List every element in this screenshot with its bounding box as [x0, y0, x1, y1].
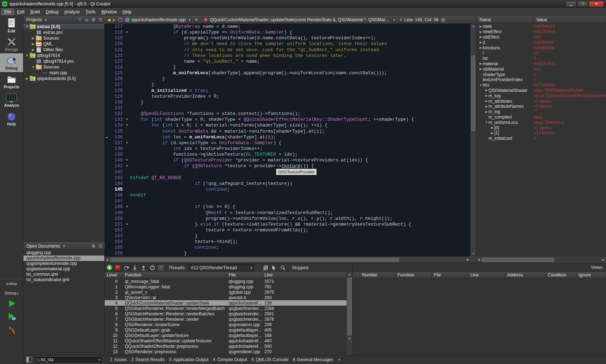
pane-switch-icon[interactable]: ▲▼	[45, 18, 47, 21]
tree-item[interactable]: ▶Other files	[23, 47, 104, 53]
breakpoints-col-condition[interactable]: Condition	[546, 272, 576, 278]
symbol-dropdown[interactable]: QQuickCustomMaterialShader::updateState(…	[210, 17, 390, 22]
locals-row[interactable]: ▶functions0x6d60dd0	[477, 45, 606, 50]
stack-frame-row[interactable]: 7QSGBatchRenderer::Renderer::renderqsgba…	[105, 316, 347, 322]
locals-row[interactable]: ▼this0x72db8b0	[477, 83, 606, 88]
expander-icon[interactable]: ▶	[490, 126, 494, 129]
locals-row[interactable]: loc3	[477, 56, 606, 61]
locals-col-value[interactable]: Value	[533, 16, 606, 23]
line-number[interactable]: 129	[105, 94, 124, 99]
expander-icon[interactable]: ▼	[31, 65, 35, 69]
expander-icon[interactable]: ▶	[31, 36, 35, 40]
line-number[interactable]: 130	[105, 99, 124, 105]
fold-marker-icon[interactable]: ▼	[124, 30, 130, 35]
continue-button[interactable]	[107, 265, 112, 270]
mode-projects[interactable]: Projects	[0, 72, 23, 91]
code-line[interactable]: 133▼ for (int shaderType = 0; shaderType…	[105, 117, 470, 123]
expander-icon[interactable]: ▶	[479, 46, 483, 49]
output-pane-button-application-output[interactable]: 3Application Output	[167, 356, 211, 363]
line-number[interactable]: 155	[105, 245, 124, 250]
stack-frame-row[interactable]: 5QSGBatchRenderer::Renderer::renderMerge…	[105, 306, 347, 311]
line-number[interactable]: 117	[105, 24, 124, 30]
locals-row[interactable]: ▶oldEffect0x0	[477, 35, 606, 40]
stack-table-header[interactable]: LevelFunctionFileLine	[105, 272, 347, 279]
stack-col-file[interactable]: File	[227, 272, 262, 278]
code-line[interactable]: 129 textureProviderIndex = 0;	[105, 94, 470, 99]
code-line[interactable]: 128 m_initialized = true;	[105, 88, 470, 94]
fold-marker-icon[interactable]: ▼	[124, 163, 130, 169]
filter-icon[interactable]: ▽	[77, 17, 83, 22]
code-editor[interactable]: 117 QByteArray name = d.name;118▼ if (d.…	[105, 24, 470, 257]
expander-icon[interactable]: ▶	[479, 35, 483, 39]
code-line[interactable]: 122 // These locations are used when bin…	[105, 53, 470, 59]
expander-icon[interactable]: ▶	[484, 89, 488, 92]
locals-row[interactable]: ▶oldMaterial0x1	[477, 66, 606, 72]
stack-frame-row[interactable]: 10QSGDefaultLayer::updateTextureqsgdefau…	[105, 333, 347, 338]
stack-frame-row[interactable]: ➜4QQuickCustomMaterialShader::updateStat…	[105, 300, 347, 306]
breakpoints-table-header[interactable]: NumberFunctionFileLineAddressConditionIg…	[352, 272, 606, 279]
expander-icon[interactable]: ▼	[25, 54, 29, 57]
locals-row[interactable]: shaderType1	[477, 72, 606, 77]
back-icon[interactable]: ◀	[107, 17, 110, 22]
debug-log-icon[interactable]	[158, 265, 164, 271]
line-number[interactable]: 128	[105, 88, 124, 94]
code-line[interactable]: 132 QOpenGLFunctions *functions = state.…	[105, 111, 470, 117]
expander-icon[interactable]: ▶	[479, 41, 483, 44]
locals-row[interactable]: ▶m_attributes<2 items>	[477, 98, 606, 104]
code-line[interactable]: 153 }	[105, 233, 470, 239]
snapshot-icon[interactable]	[262, 265, 269, 271]
code-line[interactable]: 139 functions->glActiveTexture(GL_TEXTUR…	[105, 152, 470, 157]
code-line[interactable]: 144 if (!qsg_safeguard_texture(texture))	[105, 181, 470, 187]
tree-item[interactable]: ▼Qtextras [5.5]	[23, 24, 104, 30]
pane-switch-icon[interactable]: ▲▼	[63, 245, 65, 248]
expander-icon[interactable]: ▶	[490, 132, 494, 135]
locals-pane-header[interactable]: Name Value	[476, 16, 606, 24]
code-line[interactable]: 143#ifndef QT_NO_DEBUG	[105, 175, 470, 181]
line-number[interactable]: 131	[105, 105, 124, 111]
document-dropdown[interactable]: qquickshadereffectnode.cpp	[131, 17, 185, 22]
stack-col-line[interactable]: Line	[262, 272, 347, 278]
menu-analyze[interactable]: Analyze	[61, 9, 83, 15]
open-document-item[interactable]: qsgtexturematerial.cpp	[23, 266, 104, 272]
expander-icon[interactable]: ▶	[31, 42, 35, 46]
output-pane-arrows[interactable]: ▲▼	[338, 358, 341, 361]
expander-icon[interactable]: ▼	[479, 84, 483, 87]
line-number[interactable]: 123	[105, 59, 124, 65]
line-number[interactable]: 143	[105, 175, 124, 181]
stack-vertical-scrollbar[interactable]: ▲ ▼	[347, 272, 352, 355]
open-document-item[interactable]: tst_statusindicator.qml	[23, 277, 104, 283]
step-into-icon[interactable]	[132, 265, 138, 271]
locator-input[interactable]: tst_sta ✕	[34, 356, 103, 363]
locals-col-name[interactable]: Name	[477, 16, 533, 23]
line-number[interactable]: 142	[105, 169, 124, 175]
line-number[interactable]: 149	[105, 210, 124, 216]
locals-row[interactable]: ▶m_log""	[477, 109, 606, 115]
line-number[interactable]: 150	[105, 216, 124, 222]
expander-icon[interactable]: ▶	[479, 67, 483, 71]
locals-row[interactable]: m_compiledfalse	[477, 115, 606, 120]
line-number[interactable]: 134	[105, 123, 124, 128]
locals-horizontal-scrollbar[interactable]: ◀ ▶	[476, 257, 606, 263]
code-line[interactable]: 126 }	[105, 76, 470, 82]
code-line[interactable]: 145 continue;	[105, 187, 470, 192]
open-documents-header[interactable]: Open Documents ▲▼ ⊞ ⊡	[23, 242, 105, 250]
stack-frame-row[interactable]: 3QVector<int>::atqvector.h393	[105, 295, 347, 300]
stack-frame-row[interactable]: 13QSGRenderer::preprocessqsgrenderer.cpp…	[105, 349, 347, 354]
tree-item[interactable]: ▼Qtqtbug47614	[23, 53, 104, 58]
thread-selector[interactable]: #12 QSGRenderThread ▲▼	[188, 264, 254, 271]
expander-icon[interactable]: ▼	[25, 25, 29, 28]
stack-frame-row[interactable]: 2qt_assert_xqglobal.cpp2975	[105, 289, 347, 295]
line-number[interactable]: 120	[105, 41, 124, 47]
clear-search-icon[interactable]: ✕	[98, 358, 101, 362]
step-out-icon[interactable]	[140, 265, 147, 271]
breakpoints-col-line[interactable]: Line	[468, 272, 505, 278]
locals-row[interactable]: ▼m_uniformLocsclass QVector<]	[477, 120, 606, 125]
menu-window[interactable]: Window	[98, 9, 120, 15]
stack-frame-row[interactable]: 8QSGRenderer::renderSceneqsgrenderer.cpp…	[105, 322, 347, 327]
line-number[interactable]: 145	[105, 187, 124, 192]
open-document-item[interactable]: qquickshadereffectnode.cpp	[23, 256, 104, 261]
code-line[interactable]: 146#endif	[105, 192, 470, 198]
close-pane-icon[interactable]: ⊡	[97, 17, 103, 22]
code-line[interactable]: 150 program()->setUniformValue(loc, r.x(…	[105, 216, 470, 222]
code-line[interactable]: 147	[105, 198, 470, 204]
